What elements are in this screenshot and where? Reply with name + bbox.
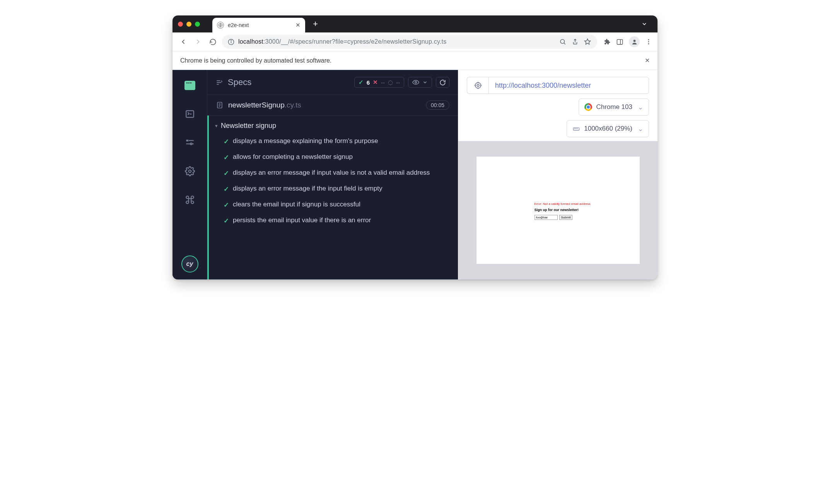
check-icon: ✓ [224, 153, 229, 162]
ruler-icon [572, 125, 580, 133]
svg-marker-7 [585, 39, 591, 44]
chevron-down-icon [422, 80, 428, 85]
test-title: persists the email input value if there … [233, 216, 371, 225]
check-icon: ✓ [359, 79, 364, 86]
preview-error-text: Error: Not a validly formed email addres… [535, 202, 632, 206]
sidebar: cy [172, 70, 207, 279]
test-item[interactable]: ✓displays an error message if the input … [215, 181, 449, 197]
side-panel-icon[interactable] [616, 38, 623, 46]
address-bar-row: localhost:3000/__/#/specs/runner?file=cy… [172, 32, 658, 51]
test-item[interactable]: ✓displays an error message if input valu… [215, 165, 449, 181]
sidebar-item-settings[interactable] [184, 165, 196, 177]
star-icon[interactable] [584, 38, 591, 45]
viewport-selector[interactable]: 1000x660 (29%) ⌄ [567, 120, 649, 137]
menu-icon[interactable] [645, 38, 652, 45]
test-tree: ▾ Newsletter signup ✓displays a message … [207, 116, 458, 279]
forward-button[interactable] [193, 36, 203, 47]
svg-point-23 [188, 170, 191, 173]
aut-url[interactable]: http://localhost:3000/newsletter [488, 77, 649, 94]
test-title: displays an error message if the input f… [233, 184, 382, 193]
test-title: allows for completing a newsletter signu… [233, 153, 353, 162]
check-icon: ✓ [224, 169, 229, 178]
spec-file-name: newsletterSignup.cy.ts [228, 101, 301, 109]
x-icon: ✕ [373, 79, 378, 86]
svg-point-32 [475, 83, 481, 89]
svg-point-27 [415, 82, 417, 83]
window-minimize-button[interactable] [186, 22, 191, 27]
test-item[interactable]: ✓persists the email input value if there… [215, 213, 449, 229]
address-bar[interactable]: localhost:3000/__/#/specs/runner?file=cy… [222, 35, 597, 49]
svg-point-12 [648, 41, 649, 43]
profile-icon[interactable] [629, 36, 640, 47]
tab-bar: e2e-next ✕ + [172, 15, 658, 32]
close-tab-icon[interactable]: ✕ [295, 22, 301, 29]
sidebar-item-specs[interactable] [184, 79, 196, 92]
sidebar-item-runs[interactable] [184, 108, 196, 120]
refresh-icon [439, 79, 446, 86]
view-options-pill[interactable] [408, 77, 432, 88]
aut-panel: http://localhost:3000/newsletter Chrome … [458, 70, 658, 279]
preview-email-input[interactable] [535, 215, 558, 220]
reporter-panel: Specs ✓ 6 ✕ -- ◌ -- [207, 70, 458, 279]
file-icon [216, 101, 224, 109]
test-item[interactable]: ✓clears the email input if signup is suc… [215, 197, 449, 213]
test-title: displays an error message if input value… [233, 169, 430, 177]
automation-banner-text: Chrome is being controlled by automated … [180, 57, 331, 64]
test-item[interactable]: ✓displays a message explaining the form'… [215, 134, 449, 150]
sidebar-item-keyboard-shortcuts[interactable] [184, 194, 196, 206]
close-banner-icon[interactable]: ✕ [645, 57, 650, 64]
check-icon: ✓ [224, 201, 229, 210]
browser-window: e2e-next ✕ + localhost:3000/__/#/specs/r… [172, 15, 658, 279]
preview-submit-button[interactable]: Submit [559, 215, 573, 220]
preview-heading: Sign up for our newsletter! [535, 208, 632, 212]
preview-area: Error: Not a validly formed email addres… [458, 141, 658, 279]
suite-title[interactable]: ▾ Newsletter signup [215, 122, 449, 130]
site-info-icon[interactable] [227, 39, 234, 45]
pending-icon: ◌ [388, 79, 393, 86]
sidebar-item-debug[interactable] [184, 136, 196, 149]
cypress-app: cy Specs ✓ 6 ✕ -- ◌ -- [172, 70, 658, 279]
window-close-button[interactable] [178, 22, 183, 27]
test-item[interactable]: ✓allows for completing a newsletter sign… [215, 150, 449, 165]
window-maximize-button[interactable] [195, 22, 200, 27]
automation-banner: Chrome is being controlled by automated … [172, 51, 658, 70]
chevron-down-icon[interactable] [641, 21, 652, 27]
svg-point-4 [560, 39, 565, 44]
zoom-icon[interactable] [559, 38, 566, 45]
address-actions [559, 38, 591, 45]
eye-icon [412, 79, 419, 86]
extensions-icon[interactable] [603, 38, 611, 46]
url-text: localhost:3000/__/#/specs/runner?file=cy… [238, 38, 446, 45]
svg-point-3 [231, 40, 231, 41]
new-tab-button[interactable]: + [313, 19, 318, 29]
traffic-lights [178, 22, 200, 27]
reporter-header: Specs ✓ 6 ✕ -- ◌ -- [207, 70, 458, 95]
chevron-down-icon: ⌄ [638, 125, 643, 133]
reload-button[interactable] [207, 36, 218, 47]
share-icon[interactable] [572, 38, 579, 45]
check-icon: ✓ [224, 185, 229, 194]
test-title: clears the email input if signup is succ… [233, 200, 360, 209]
svg-point-10 [633, 39, 635, 42]
chevron-down-icon: ⌄ [638, 103, 643, 111]
selector-playground-button[interactable] [467, 77, 488, 94]
rerun-button[interactable] [436, 77, 449, 88]
tab-title: e2e-next [228, 22, 292, 28]
chevron-down-icon: ▾ [215, 123, 218, 129]
spec-file-row[interactable]: newsletterSignup.cy.ts 00:05 [207, 95, 458, 116]
back-button[interactable] [178, 36, 189, 47]
test-stats-pill: ✓ 6 ✕ -- ◌ -- [354, 77, 404, 88]
cypress-logo[interactable]: cy [181, 255, 198, 272]
list-icon [216, 79, 223, 86]
aut-iframe[interactable]: Error: Not a validly formed email addres… [476, 157, 640, 264]
test-title: displays a message explaining the form's… [233, 137, 378, 146]
svg-line-5 [564, 43, 565, 44]
browser-tab[interactable]: e2e-next ✕ [212, 18, 305, 32]
svg-point-33 [477, 84, 479, 87]
svg-point-22 [190, 143, 192, 145]
browser-selector[interactable]: Chrome 103 ⌄ [579, 99, 649, 116]
check-icon: ✓ [224, 138, 229, 146]
globe-icon [217, 22, 224, 29]
svg-rect-8 [617, 39, 622, 44]
spec-duration: 00:05 [426, 100, 449, 110]
